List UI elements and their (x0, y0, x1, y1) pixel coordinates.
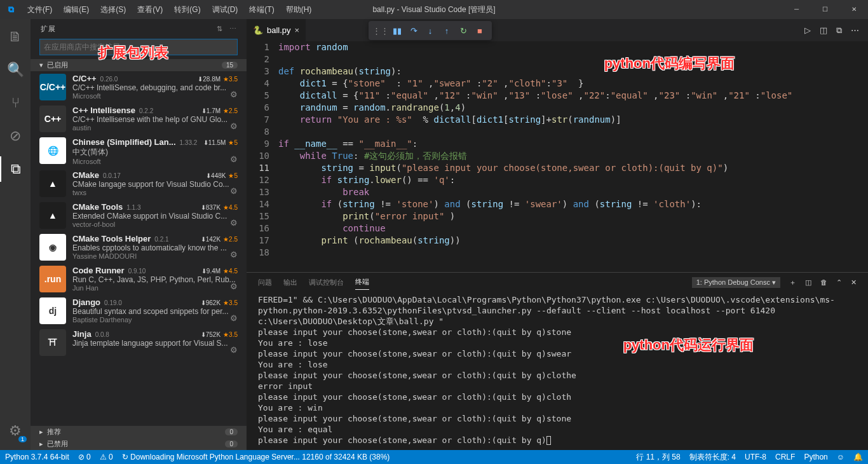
menu-item[interactable]: 终端(T) (244, 2, 279, 18)
section-disabled[interactable]: ▸ 已禁用 0 (31, 438, 247, 450)
download-count: ⬇28.8M (198, 76, 220, 83)
status-feedback-icon[interactable]: ☺ (837, 453, 844, 461)
extension-gear-icon[interactable]: ⚙ (230, 90, 238, 99)
search-icon[interactable]: 🔍 (0, 57, 31, 83)
menu-item[interactable]: 选择(S) (95, 2, 131, 18)
extension-gear-icon[interactable]: ⚙ (230, 154, 238, 164)
status-notifications-icon[interactable]: 🔔 (853, 453, 863, 461)
pause-button[interactable]: ▮▮ (390, 24, 404, 38)
status-errors[interactable]: ⊘ 0 (78, 453, 91, 461)
restart-button[interactable]: ↻ (456, 24, 470, 38)
debug-icon[interactable]: ⊘ (0, 123, 31, 149)
scm-icon[interactable]: ⑂ (0, 90, 31, 116)
status-cursor-pos[interactable]: 行 11，列 58 (636, 452, 680, 463)
status-eol[interactable]: CRLF (775, 453, 795, 461)
extension-gear-icon[interactable]: ⚙ (230, 345, 238, 355)
split-terminal-icon[interactable]: ◫ (805, 278, 811, 287)
extensions-icon[interactable]: ⧉ (0, 156, 31, 182)
maximize-panel-icon[interactable]: ⌃ (836, 278, 842, 287)
extension-item[interactable]: ▲ CMake Tools1.1.3 ⬇837K ★4.5 Extended C… (31, 200, 247, 231)
code-content[interactable]: import random def rochambeau(string): di… (278, 41, 798, 272)
rating: ★3.5 (223, 299, 238, 306)
download-count: ⬇752K (201, 331, 220, 338)
status-language[interactable]: Python (804, 453, 827, 461)
debug-toolbar[interactable]: ⋮⋮ ▮▮ ↷ ↓ ↑ ↻ ■ (369, 21, 492, 40)
tab-ballpy[interactable]: 🐍 ball.py × (247, 19, 306, 41)
filter-icon[interactable]: ⇅ (217, 25, 223, 33)
status-indent[interactable]: 制表符长度: 4 (689, 452, 736, 463)
extension-search[interactable] (39, 39, 238, 55)
disabled-count: 0 (225, 440, 238, 447)
extension-gear-icon[interactable]: ⚙ (230, 186, 238, 196)
code-editor[interactable]: 123456789101112131415161718 import rando… (247, 41, 868, 272)
extension-list[interactable]: C/C++ C/C++0.26.0 ⬇28.8M ★3.5 C/C++ Inte… (31, 71, 247, 426)
menu-item[interactable]: 调试(D) (207, 2, 243, 18)
panel-tab[interactable]: 输出 (283, 275, 297, 290)
extension-desc: Beautiful syntax and scoped snippets for… (72, 307, 238, 316)
terminal-output[interactable]: FERED=1" && C:\Users\DUODUO\AppData\Loca… (247, 292, 868, 450)
extension-name: Jinja (72, 329, 92, 339)
split-icon[interactable]: ◫ (820, 25, 827, 36)
status-warnings[interactable]: ⚠ 0 (100, 453, 113, 461)
extension-item[interactable]: ▲ CMake0.0.17 ⬇448K ★5 CMake langage sup… (31, 168, 247, 200)
panel-tab[interactable]: 问题 (258, 275, 272, 290)
editor-tabs: 🐍 ball.py × ▷ ◫ ⧉ ⋯ (247, 19, 868, 41)
bottom-panel: 问题输出调试控制台终端 1: Python Debug Consc ▾ ＋ ◫ … (247, 272, 868, 450)
extension-author: Yassine MADDOURI (72, 252, 238, 260)
extension-item[interactable]: .run Code Runner0.9.10 ⬇9.4M ★4.5 Run C,… (31, 263, 247, 295)
menu-item[interactable]: 查看(V) (132, 2, 168, 18)
terminal-dropdown[interactable]: 1: Python Debug Consc ▾ (692, 277, 780, 288)
extension-item[interactable]: ◉ CMake Tools Helper0.2.1 ⬇142K ★2.5 Ena… (31, 231, 247, 263)
settings-gear-icon[interactable]: ⚙1 (0, 418, 31, 444)
run-icon[interactable]: ▷ (804, 25, 811, 36)
extension-gear-icon[interactable]: ⚙ (230, 218, 238, 228)
extension-item[interactable]: ⛩ Jinja0.0.8 ⬇752K ★3.5 Jinja template l… (31, 327, 247, 358)
section-enabled[interactable]: ▾ 已启用 15 (31, 59, 247, 71)
minimap[interactable] (798, 41, 868, 272)
extension-gear-icon[interactable]: ⚙ (230, 250, 238, 259)
step-into-button[interactable]: ↓ (423, 24, 437, 38)
section-recommend[interactable]: ▸ 推荐 0 (31, 426, 247, 438)
editor-area: 🐍 ball.py × ▷ ◫ ⧉ ⋯ python代码编写界面 1234567… (247, 19, 868, 450)
panel-tab[interactable]: 终端 (355, 275, 369, 290)
panel-tab[interactable]: 调试控制台 (309, 275, 344, 290)
step-out-button[interactable]: ↑ (440, 24, 454, 38)
extension-item[interactable]: 🌐 Chinese (Simplified) Lan...1.33.2 ⬇11.… (31, 135, 247, 168)
new-terminal-icon[interactable]: ＋ (789, 278, 796, 287)
close-panel-icon[interactable]: ✕ (851, 278, 857, 287)
status-python[interactable]: Python 3.7.4 64-bit (5, 453, 69, 461)
extension-desc: Jinja template language support for Visu… (72, 339, 238, 348)
extension-gear-icon[interactable]: ⚙ (230, 313, 238, 323)
kill-terminal-icon[interactable]: 🗑 (820, 278, 827, 286)
minimize-button[interactable]: ─ (782, 0, 811, 19)
explorer-icon[interactable]: 🗎 (0, 24, 31, 50)
extension-item[interactable]: dj Django0.19.0 ⬇962K ★3.5 Beautiful syn… (31, 295, 247, 327)
status-download[interactable]: ↻ Downloading Microsoft Python Language … (122, 453, 390, 461)
maximize-button[interactable]: ☐ (811, 0, 839, 19)
menu-item[interactable]: 帮助(H) (281, 2, 317, 18)
close-button[interactable]: ✕ (839, 0, 868, 19)
menu-item[interactable]: 文件(F) (22, 2, 57, 18)
extension-item[interactable]: C++ C++ Intellisense0.2.2 ⬇1.7M ★2.5 C/C… (31, 103, 247, 135)
extension-icon: C/C++ (39, 74, 66, 100)
extension-version: 0.2.2 (139, 107, 153, 114)
stop-button[interactable]: ■ (473, 24, 487, 38)
menu-item[interactable]: 转到(G) (169, 2, 205, 18)
more-actions-icon[interactable]: ⋯ (851, 25, 859, 36)
step-over-button[interactable]: ↷ (407, 24, 421, 38)
extension-icon: dj (39, 297, 66, 324)
search-input[interactable] (44, 43, 233, 51)
extension-name: C++ Intellisense (72, 106, 135, 115)
status-encoding[interactable]: UTF-8 (745, 453, 766, 461)
more-icon[interactable]: ⋯ (229, 25, 237, 33)
extension-version: 0.26.0 (100, 76, 118, 83)
extension-desc: Enables cpptools to automatically know t… (72, 243, 238, 252)
menu-item[interactable]: 编辑(E) (58, 2, 94, 18)
extension-item[interactable]: C/C++ C/C++0.26.0 ⬇28.8M ★3.5 C/C++ Inte… (31, 71, 247, 103)
drag-handle-icon[interactable]: ⋮⋮ (374, 24, 388, 38)
close-tab-icon[interactable]: × (295, 25, 300, 35)
split-editor-icon[interactable]: ⧉ (836, 25, 842, 36)
extension-gear-icon[interactable]: ⚙ (230, 121, 238, 131)
extension-gear-icon[interactable]: ⚙ (230, 282, 238, 291)
panel-tabs: 问题输出调试控制台终端 1: Python Debug Consc ▾ ＋ ◫ … (247, 273, 868, 292)
